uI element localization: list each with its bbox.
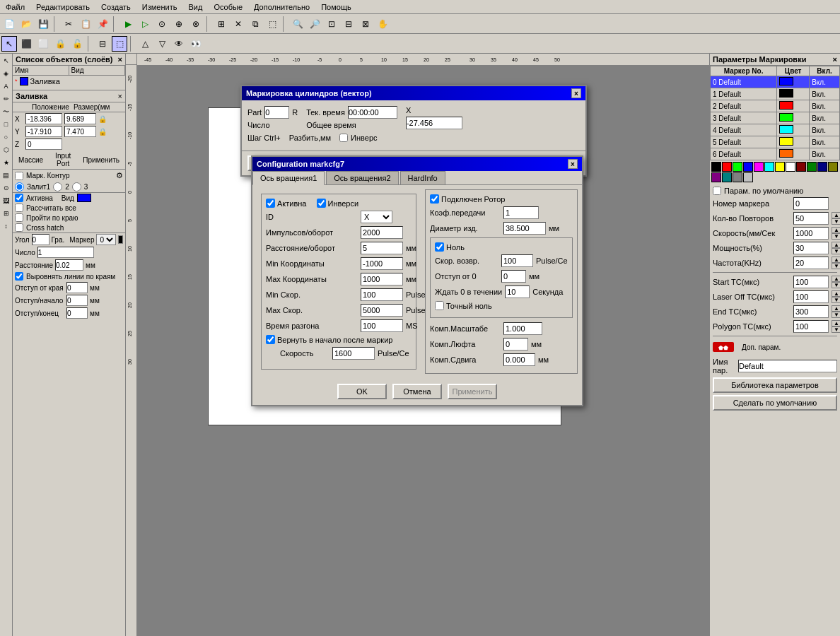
tool-hand[interactable]: ↕	[1, 220, 12, 232]
start-tc-up[interactable]: ▲	[832, 276, 840, 282]
tb-zoom-fit[interactable]: ⊡	[324, 16, 339, 32]
tb-cmd1[interactable]: ⊞	[214, 16, 229, 32]
tb-copy[interactable]: 📋	[78, 16, 93, 32]
power-input[interactable]	[793, 242, 829, 254]
palette-color[interactable]	[733, 162, 742, 172]
id-select[interactable]: XYZ	[361, 211, 392, 223]
walk-edge-cb[interactable]	[15, 213, 23, 222]
tb2-eye1[interactable]: 👁	[171, 36, 187, 52]
tb-cut[interactable]: ✂	[61, 16, 76, 32]
distance-input-cfg[interactable]	[361, 242, 403, 254]
offset-edge-input[interactable]	[66, 282, 88, 293]
tb-dot1[interactable]: ⊙	[154, 16, 170, 32]
laser-off-input[interactable]	[793, 290, 829, 303]
palette-color[interactable]	[764, 162, 774, 172]
freq-spinner[interactable]: ▲ ▼	[832, 257, 840, 269]
tb-zoom-in[interactable]: 🔍	[290, 16, 305, 32]
menu-help[interactable]: Помощь	[315, 1, 357, 13]
tb2-select[interactable]: ↖	[1, 36, 17, 52]
config-ok-btn[interactable]: OK	[337, 384, 387, 399]
end-tc-down[interactable]: ▼	[832, 312, 840, 318]
palette-color[interactable]	[775, 162, 785, 172]
offset-input[interactable]	[501, 270, 526, 283]
tool-hatch[interactable]: ⊞	[1, 208, 12, 219]
marker-row[interactable]: 2 Default Вкл.	[711, 100, 840, 112]
tool-clock[interactable]: ⊙	[1, 182, 12, 194]
laser-off-down[interactable]: ▼	[832, 297, 840, 303]
menu-file[interactable]: Файл	[0, 1, 30, 13]
tb2-align1[interactable]: ⊟	[95, 36, 110, 52]
tool-pen[interactable]: ✏	[1, 93, 12, 105]
tool-node[interactable]: ◈	[1, 68, 12, 79]
massiv-btn[interactable]: Массие	[15, 152, 47, 167]
config-dialog[interactable]: Configuration markcfg7 × Ось вращения1 О…	[251, 155, 583, 406]
palette-color[interactable]	[722, 162, 732, 172]
tool-barcode[interactable]: ▤	[1, 170, 12, 181]
palette-color[interactable]	[807, 162, 817, 172]
y-pos-input[interactable]	[25, 126, 62, 137]
tb-dot3[interactable]: ⊗	[188, 16, 204, 32]
repeat-input[interactable]	[793, 212, 829, 225]
tb-dot2[interactable]: ⊕	[171, 16, 187, 32]
menu-special[interactable]: Особые	[208, 1, 248, 13]
pulses-input[interactable]	[361, 226, 403, 239]
tool-pointer[interactable]: ↖	[1, 55, 12, 66]
tab-axis1[interactable]: Ось вращения1	[252, 171, 325, 185]
end-tc-input[interactable]	[793, 305, 829, 318]
speed-up[interactable]: ▲	[832, 227, 840, 233]
x-value-input[interactable]	[406, 117, 462, 129]
palette-color[interactable]	[722, 172, 732, 182]
marker-row[interactable]: 0 Default Вкл.	[711, 76, 840, 88]
power-up[interactable]: ▲	[832, 242, 840, 248]
tool-circle[interactable]: ○	[1, 131, 12, 143]
tab-axis2[interactable]: Ось вращения2	[326, 171, 398, 184]
marker-select[interactable]: 0	[96, 234, 116, 245]
menu-create[interactable]: Создать	[95, 1, 136, 13]
power-down[interactable]: ▼	[832, 248, 840, 254]
tb-run[interactable]: ▶	[120, 16, 136, 32]
angle-input[interactable]	[32, 234, 49, 245]
tb2-btn3[interactable]: ⬜	[35, 36, 51, 52]
y-size-input[interactable]	[64, 126, 96, 137]
freq-down[interactable]: ▼	[832, 263, 840, 269]
tool-rect[interactable]: □	[1, 119, 12, 130]
precise-checkbox[interactable]	[435, 301, 444, 310]
repeat-down[interactable]: ▼	[832, 218, 840, 225]
freq-input[interactable]	[793, 257, 829, 269]
tb-save[interactable]: 💾	[35, 16, 51, 32]
offset-start-input[interactable]	[66, 295, 88, 306]
laser-off-spinner[interactable]: ▲ ▼	[832, 290, 840, 303]
distance-input[interactable]	[55, 259, 83, 271]
min-speed-input[interactable]	[361, 288, 403, 301]
menu-modify[interactable]: Изменить	[136, 1, 183, 13]
nol-checkbox[interactable]	[435, 242, 444, 252]
tool-image[interactable]: 🖼	[1, 195, 12, 206]
calc-all-cb[interactable]	[15, 204, 23, 212]
x-pos-input[interactable]	[25, 113, 62, 124]
comp-shift-input[interactable]	[503, 353, 535, 366]
polygon-tc-down[interactable]: ▼	[832, 326, 840, 333]
tool-text[interactable]: A	[1, 81, 12, 92]
zalit1-radio[interactable]	[15, 182, 24, 192]
config-close[interactable]: ×	[568, 159, 578, 169]
repeat-spinner[interactable]: ▲ ▼	[832, 212, 840, 225]
apply-btn[interactable]: Применить	[79, 152, 123, 167]
align-lines-cb[interactable]	[15, 272, 23, 281]
x-size-input[interactable]	[64, 113, 96, 124]
cur-time-input[interactable]	[348, 106, 397, 119]
config-apply-btn[interactable]: Применить	[448, 384, 497, 399]
library-btn[interactable]: Библиотека параметров	[713, 377, 837, 393]
tb2-tri1[interactable]: △	[137, 36, 153, 52]
settings-icon[interactable]: ⚙	[116, 171, 123, 180]
max-coord-input[interactable]	[361, 273, 403, 285]
zalit2-radio[interactable]	[53, 182, 62, 192]
tool-poly[interactable]: ⬡	[1, 144, 12, 155]
cross-hatch-cb[interactable]	[15, 223, 23, 232]
palette-color[interactable]	[733, 172, 742, 182]
layer-item[interactable]: * Заливка	[13, 76, 125, 87]
speed-spinner[interactable]: ▲ ▼	[832, 227, 840, 240]
invers-cb-cyl[interactable]	[339, 134, 348, 142]
default-btn[interactable]: Сделать по умолчанию	[713, 395, 837, 411]
tool-star[interactable]: ★	[1, 157, 12, 168]
accel-input[interactable]	[361, 319, 403, 332]
